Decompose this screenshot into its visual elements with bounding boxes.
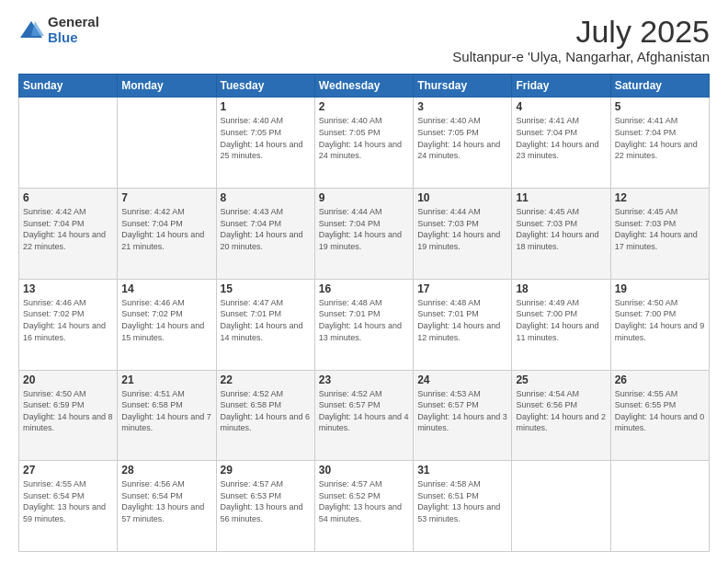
calendar-cell: 24Sunrise: 4:53 AM Sunset: 6:57 PM Dayli… xyxy=(414,370,512,461)
day-detail: Sunrise: 4:50 AM Sunset: 6:59 PM Dayligh… xyxy=(23,388,113,434)
calendar-cell: 1Sunrise: 4:40 AM Sunset: 7:05 PM Daylig… xyxy=(216,98,314,189)
calendar-cell: 22Sunrise: 4:52 AM Sunset: 6:58 PM Dayli… xyxy=(216,370,314,461)
calendar-cell: 31Sunrise: 4:58 AM Sunset: 6:51 PM Dayli… xyxy=(414,461,512,552)
calendar-cell: 9Sunrise: 4:44 AM Sunset: 7:04 PM Daylig… xyxy=(314,189,413,280)
day-detail: Sunrise: 4:42 AM Sunset: 7:04 PM Dayligh… xyxy=(23,206,113,252)
day-detail: Sunrise: 4:43 AM Sunset: 7:04 PM Dayligh… xyxy=(221,206,311,252)
header: General Blue July 2025 Sultanpur-e 'Ulya… xyxy=(18,15,710,64)
day-detail: Sunrise: 4:52 AM Sunset: 6:57 PM Dayligh… xyxy=(319,388,409,434)
day-number: 18 xyxy=(516,282,606,295)
calendar-cell: 16Sunrise: 4:48 AM Sunset: 7:01 PM Dayli… xyxy=(314,279,413,370)
day-number: 12 xyxy=(615,191,705,204)
calendar-week-row: 20Sunrise: 4:50 AM Sunset: 6:59 PM Dayli… xyxy=(19,370,710,461)
day-detail: Sunrise: 4:45 AM Sunset: 7:03 PM Dayligh… xyxy=(516,206,606,252)
day-detail: Sunrise: 4:58 AM Sunset: 6:51 PM Dayligh… xyxy=(417,478,507,524)
day-detail: Sunrise: 4:42 AM Sunset: 7:04 PM Dayligh… xyxy=(121,206,211,252)
page: General Blue July 2025 Sultanpur-e 'Ulya… xyxy=(0,0,728,563)
day-number: 7 xyxy=(121,191,211,204)
day-number: 9 xyxy=(319,191,409,204)
calendar-cell: 25Sunrise: 4:54 AM Sunset: 6:56 PM Dayli… xyxy=(512,370,610,461)
day-detail: Sunrise: 4:40 AM Sunset: 7:05 PM Dayligh… xyxy=(417,115,507,161)
calendar-cell: 23Sunrise: 4:52 AM Sunset: 6:57 PM Dayli… xyxy=(314,370,413,461)
day-number: 31 xyxy=(417,464,507,477)
calendar-cell: 20Sunrise: 4:50 AM Sunset: 6:59 PM Dayli… xyxy=(19,370,118,461)
subtitle: Sultanpur-e 'Ulya, Nangarhar, Afghanista… xyxy=(452,49,710,64)
day-detail: Sunrise: 4:57 AM Sunset: 6:52 PM Dayligh… xyxy=(319,478,409,524)
day-number: 24 xyxy=(417,373,507,386)
day-detail: Sunrise: 4:41 AM Sunset: 7:04 PM Dayligh… xyxy=(615,115,705,161)
day-number: 26 xyxy=(615,373,705,386)
calendar-cell xyxy=(19,98,118,189)
calendar-cell: 14Sunrise: 4:46 AM Sunset: 7:02 PM Dayli… xyxy=(118,279,216,370)
day-detail: Sunrise: 4:55 AM Sunset: 6:55 PM Dayligh… xyxy=(615,388,705,434)
calendar-week-row: 6Sunrise: 4:42 AM Sunset: 7:04 PM Daylig… xyxy=(19,189,710,280)
calendar-cell: 17Sunrise: 4:48 AM Sunset: 7:01 PM Dayli… xyxy=(414,279,512,370)
day-detail: Sunrise: 4:46 AM Sunset: 7:02 PM Dayligh… xyxy=(23,297,113,343)
calendar-cell: 5Sunrise: 4:41 AM Sunset: 7:04 PM Daylig… xyxy=(610,98,709,189)
day-number: 16 xyxy=(319,282,409,295)
calendar-header-tuesday: Tuesday xyxy=(216,75,314,98)
calendar-cell: 10Sunrise: 4:44 AM Sunset: 7:03 PM Dayli… xyxy=(414,189,512,280)
day-detail: Sunrise: 4:40 AM Sunset: 7:05 PM Dayligh… xyxy=(319,115,409,161)
calendar-cell: 29Sunrise: 4:57 AM Sunset: 6:53 PM Dayli… xyxy=(216,461,314,552)
day-detail: Sunrise: 4:56 AM Sunset: 6:54 PM Dayligh… xyxy=(121,478,211,524)
day-number: 25 xyxy=(516,373,606,386)
day-detail: Sunrise: 4:57 AM Sunset: 6:53 PM Dayligh… xyxy=(221,478,311,524)
calendar-cell: 13Sunrise: 4:46 AM Sunset: 7:02 PM Dayli… xyxy=(19,279,118,370)
calendar-cell: 7Sunrise: 4:42 AM Sunset: 7:04 PM Daylig… xyxy=(118,189,216,280)
calendar-header-row: SundayMondayTuesdayWednesdayThursdayFrid… xyxy=(19,75,710,98)
day-detail: Sunrise: 4:40 AM Sunset: 7:05 PM Dayligh… xyxy=(221,115,311,161)
day-detail: Sunrise: 4:48 AM Sunset: 7:01 PM Dayligh… xyxy=(417,297,507,343)
calendar-cell xyxy=(610,461,709,552)
day-number: 6 xyxy=(23,191,113,204)
calendar-table: SundayMondayTuesdayWednesdayThursdayFrid… xyxy=(18,74,710,552)
day-detail: Sunrise: 4:51 AM Sunset: 6:58 PM Dayligh… xyxy=(121,388,211,434)
calendar-cell: 30Sunrise: 4:57 AM Sunset: 6:52 PM Dayli… xyxy=(314,461,413,552)
day-detail: Sunrise: 4:54 AM Sunset: 6:56 PM Dayligh… xyxy=(516,388,606,434)
calendar-cell: 19Sunrise: 4:50 AM Sunset: 7:00 PM Dayli… xyxy=(610,279,709,370)
day-number: 1 xyxy=(221,100,311,113)
day-number: 11 xyxy=(516,191,606,204)
calendar-cell: 11Sunrise: 4:45 AM Sunset: 7:03 PM Dayli… xyxy=(512,189,610,280)
day-number: 22 xyxy=(221,373,311,386)
calendar-cell xyxy=(118,98,216,189)
calendar-week-row: 27Sunrise: 4:55 AM Sunset: 6:54 PM Dayli… xyxy=(19,461,710,552)
day-number: 15 xyxy=(221,282,311,295)
calendar-header-sunday: Sunday xyxy=(19,75,118,98)
calendar-week-row: 13Sunrise: 4:46 AM Sunset: 7:02 PM Dayli… xyxy=(19,279,710,370)
day-number: 13 xyxy=(23,282,113,295)
title-block: July 2025 Sultanpur-e 'Ulya, Nangarhar, … xyxy=(452,15,710,64)
calendar-header-wednesday: Wednesday xyxy=(314,75,413,98)
day-detail: Sunrise: 4:50 AM Sunset: 7:00 PM Dayligh… xyxy=(615,297,705,343)
day-number: 3 xyxy=(417,100,507,113)
day-detail: Sunrise: 4:52 AM Sunset: 6:58 PM Dayligh… xyxy=(221,388,311,434)
logo-text: General Blue xyxy=(48,15,99,45)
day-number: 2 xyxy=(319,100,409,113)
calendar-header-thursday: Thursday xyxy=(414,75,512,98)
calendar-header-friday: Friday xyxy=(512,75,610,98)
calendar-cell: 28Sunrise: 4:56 AM Sunset: 6:54 PM Dayli… xyxy=(118,461,216,552)
day-number: 27 xyxy=(23,464,113,477)
day-detail: Sunrise: 4:46 AM Sunset: 7:02 PM Dayligh… xyxy=(121,297,211,343)
day-number: 30 xyxy=(319,464,409,477)
logo-icon xyxy=(18,17,44,43)
logo-general: General xyxy=(48,15,99,30)
calendar-cell: 4Sunrise: 4:41 AM Sunset: 7:04 PM Daylig… xyxy=(512,98,610,189)
day-detail: Sunrise: 4:53 AM Sunset: 6:57 PM Dayligh… xyxy=(417,388,507,434)
calendar-cell: 6Sunrise: 4:42 AM Sunset: 7:04 PM Daylig… xyxy=(19,189,118,280)
calendar-cell: 3Sunrise: 4:40 AM Sunset: 7:05 PM Daylig… xyxy=(414,98,512,189)
day-number: 29 xyxy=(221,464,311,477)
logo-blue: Blue xyxy=(48,30,99,46)
calendar-cell: 27Sunrise: 4:55 AM Sunset: 6:54 PM Dayli… xyxy=(19,461,118,552)
day-number: 10 xyxy=(417,191,507,204)
svg-marker-1 xyxy=(31,21,44,36)
day-number: 17 xyxy=(417,282,507,295)
calendar-cell: 8Sunrise: 4:43 AM Sunset: 7:04 PM Daylig… xyxy=(216,189,314,280)
day-number: 14 xyxy=(121,282,211,295)
calendar-cell: 15Sunrise: 4:47 AM Sunset: 7:01 PM Dayli… xyxy=(216,279,314,370)
day-detail: Sunrise: 4:55 AM Sunset: 6:54 PM Dayligh… xyxy=(23,478,113,524)
day-detail: Sunrise: 4:48 AM Sunset: 7:01 PM Dayligh… xyxy=(319,297,409,343)
day-detail: Sunrise: 4:41 AM Sunset: 7:04 PM Dayligh… xyxy=(516,115,606,161)
main-title: July 2025 xyxy=(452,15,710,49)
day-detail: Sunrise: 4:44 AM Sunset: 7:04 PM Dayligh… xyxy=(319,206,409,252)
